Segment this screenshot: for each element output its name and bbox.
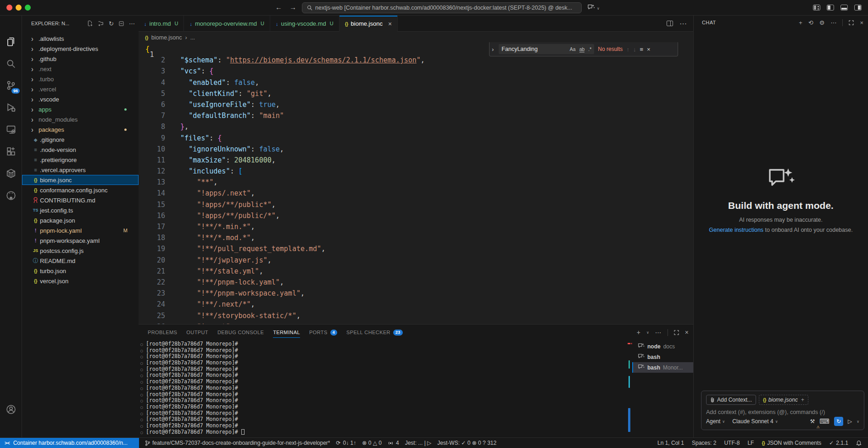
terminal-profile-chevron-icon[interactable]: ∨ <box>646 330 649 335</box>
close-window-button[interactable] <box>6 5 12 11</box>
explorer-folder-.vscode[interactable]: ›.vscode <box>22 94 139 104</box>
explorer-file-.vercel.approvers[interactable]: ≡.vercel.approvers <box>22 165 139 175</box>
cursor-position-status[interactable]: Ln 1, Col 1 <box>657 440 684 446</box>
explorer-folder-apps[interactable]: ›apps <box>22 104 139 114</box>
language-mode-status[interactable]: {} JSON with Comments <box>762 440 821 446</box>
tab-monorepo-overview.md[interactable]: ↓monorepo-overview.mdU <box>184 16 270 32</box>
container-icon[interactable] <box>0 162 22 185</box>
command-center-search[interactable]: nextjs-web [Container harbor.schwab.com/… <box>302 2 582 13</box>
tab-using-vscode.md[interactable]: ↓using-vscode.mdU <box>270 16 339 32</box>
code-editor[interactable]: 1{2 "$schema": "https://biomejs.dev/sche… <box>139 44 693 324</box>
new-chat-icon[interactable]: + <box>799 19 802 26</box>
close-chat-icon[interactable]: × <box>860 19 863 26</box>
explorer-folder-.vercel[interactable]: ›.vercel <box>22 84 139 94</box>
panel-tab-ports[interactable]: PORTS4 <box>306 325 341 340</box>
find-previous-icon[interactable]: ↑ <box>626 46 629 53</box>
minimize-window-button[interactable] <box>16 5 22 11</box>
explorer-folder-node_modules[interactable]: ›node_modules <box>22 114 139 124</box>
extensions-icon[interactable] <box>0 140 22 162</box>
keyboard-input-icon[interactable]: ⌨ <box>819 417 829 426</box>
explorer-file-vercel.json[interactable]: {}vercel.json <box>22 276 139 286</box>
terminal-output[interactable]: ○[root@0f28b7a786d7 Monorepo]#○[root@0f2… <box>139 341 628 437</box>
terminal-instance-node[interactable]: nodedocs <box>632 341 693 352</box>
explorer-file-biome.jsonc[interactable]: {}biome.jsonc <box>22 175 139 185</box>
toggle-replace-icon[interactable]: › <box>490 46 495 53</box>
explorer-file-.gitignore[interactable]: ◆.gitignore <box>22 134 139 145</box>
sync-status[interactable]: ⟳0↓ 1↑ <box>336 440 356 446</box>
new-file-icon[interactable] <box>87 20 93 27</box>
explorer-file-turbo.json[interactable]: {}turbo.json <box>22 266 139 276</box>
tab-biome.jsonc[interactable]: {}biome.jsonc× <box>339 16 398 32</box>
editor-more-actions-icon[interactable]: ⋯ <box>679 19 687 28</box>
breadcrumb-file[interactable]: biome.jsonc <box>151 34 182 41</box>
explorer-file-pnpm-lock.yaml[interactable]: !pnpm-lock.yamlM <box>22 225 139 235</box>
maximize-panel-icon[interactable] <box>674 330 679 335</box>
context-file-chip[interactable]: {} biome.jsonc + <box>759 395 808 405</box>
explorer-folder-packages[interactable]: ›packages <box>22 124 139 134</box>
problems-status[interactable]: ⊗ 0 △ 0 <box>362 440 382 446</box>
explorer-file-postcss.config.js[interactable]: JSpostcss.config.js <box>22 246 139 256</box>
chat-mode-dropdown[interactable]: Agent∨ <box>706 418 725 425</box>
toggle-secondary-sidebar-icon[interactable] <box>854 5 862 11</box>
find-input[interactable]: FancyLanding Aa ab .* <box>499 44 594 54</box>
chat-history-icon[interactable]: ⟲ <box>808 19 813 26</box>
panel-tab-debug-console[interactable]: DEBUG CONSOLE <box>214 325 267 340</box>
explorer-file-pnpm-workspace.yaml[interactable]: !pnpm-workspace.yaml <box>22 235 139 246</box>
explorer-folder-.turbo[interactable]: ›.turbo <box>22 74 139 84</box>
panel-tab-spell-checker[interactable]: SPELL CHECKER23 <box>343 325 406 340</box>
panel-tab-problems[interactable]: PROBLEMS <box>144 325 181 340</box>
add-context-button[interactable]: Add Context... <box>706 395 756 405</box>
collapse-folders-icon[interactable] <box>118 21 124 27</box>
close-find-icon[interactable]: × <box>647 46 651 53</box>
match-case-icon[interactable]: Aa <box>570 46 576 52</box>
breadcrumb-more[interactable]: ... <box>190 34 195 41</box>
refresh-explorer-icon[interactable]: ↻ <box>109 20 114 27</box>
eol-status[interactable]: LF <box>747 440 754 446</box>
encoding-status[interactable]: UTF-8 <box>724 440 740 446</box>
indentation-status[interactable]: Spaces: 2 <box>692 440 716 446</box>
explorer-folder-.deployment-directives[interactable]: ›.deployment-directives <box>22 44 139 54</box>
nav-forward-icon[interactable]: → <box>289 3 296 11</box>
remote-explorer-icon[interactable] <box>0 118 22 140</box>
git-branch-status[interactable]: feature/CMS-72037-docs-create-onboarding… <box>145 440 330 446</box>
source-control-icon[interactable]: 96 <box>0 74 22 96</box>
whole-word-icon[interactable]: ab <box>579 46 585 52</box>
customize-layout-icon[interactable] <box>813 5 820 11</box>
terminal-instance-bash[interactable]: bashMonor... <box>632 362 693 373</box>
generate-instructions-link[interactable]: Generate instructions <box>709 227 763 233</box>
extension-version-status[interactable]: ✓ 2.1.1 <box>829 440 848 446</box>
remote-indicator[interactable]: >< Container harbor.schwab.com/ad0000836… <box>0 438 139 448</box>
notifications-bell-icon[interactable] <box>856 440 862 446</box>
ports-status[interactable]: 4 <box>388 440 399 446</box>
new-folder-icon[interactable] <box>98 20 104 27</box>
explorer-file-.node-version[interactable]: ≡.node-version <box>22 145 139 155</box>
split-editor-icon[interactable] <box>667 21 673 26</box>
regex-icon[interactable]: .* <box>588 46 591 52</box>
maximize-chat-icon[interactable] <box>849 20 854 25</box>
copilot-menu-button[interactable]: ∨ <box>587 4 600 12</box>
github-icon[interactable] <box>0 185 22 207</box>
accounts-icon[interactable] <box>0 398 22 420</box>
tab-intro.md[interactable]: ↓intro.mdU <box>139 16 184 32</box>
chat-more-actions-icon[interactable]: ⋯ <box>830 19 836 26</box>
panel-tab-output[interactable]: OUTPUT <box>183 325 212 340</box>
chat-input-box[interactable]: Add Context... {} biome.jsonc + Add cont… <box>701 391 864 430</box>
search-icon[interactable] <box>0 53 22 75</box>
close-tab-icon[interactable]: × <box>388 20 392 28</box>
jest-status[interactable]: Jest: ... | ▷ <box>405 440 432 446</box>
explorer-file-README.md[interactable]: ⓘREADME.md <box>22 256 139 266</box>
nav-back-icon[interactable]: ← <box>275 3 282 11</box>
send-options-chevron-icon[interactable]: ∨ <box>857 420 859 424</box>
toggle-sidebar-icon[interactable] <box>827 5 834 11</box>
explorer-file-package.json[interactable]: {}package.json <box>22 215 139 225</box>
run-debug-icon[interactable] <box>0 96 22 118</box>
more-actions-icon[interactable]: ⋯ <box>129 20 135 27</box>
explorer-file-CONTRIBUTING.md[interactable]: CONTRIBUTING.md <box>22 195 139 205</box>
jest-ws-status[interactable]: Jest-WS: ✓ 0 ⊗ 0 ? 312 <box>437 440 496 446</box>
explorer-folder-.next[interactable]: ›.next <box>22 64 139 74</box>
terminal-instance-bash[interactable]: bash <box>632 352 693 362</box>
explorer-file-jest.config.ts[interactable]: TSjest.config.ts <box>22 205 139 215</box>
panel-more-actions-icon[interactable]: ⋯ <box>655 329 662 336</box>
configure-tools-icon[interactable]: ⚒⚠ <box>810 418 815 425</box>
explorer-icon[interactable] <box>0 31 22 53</box>
